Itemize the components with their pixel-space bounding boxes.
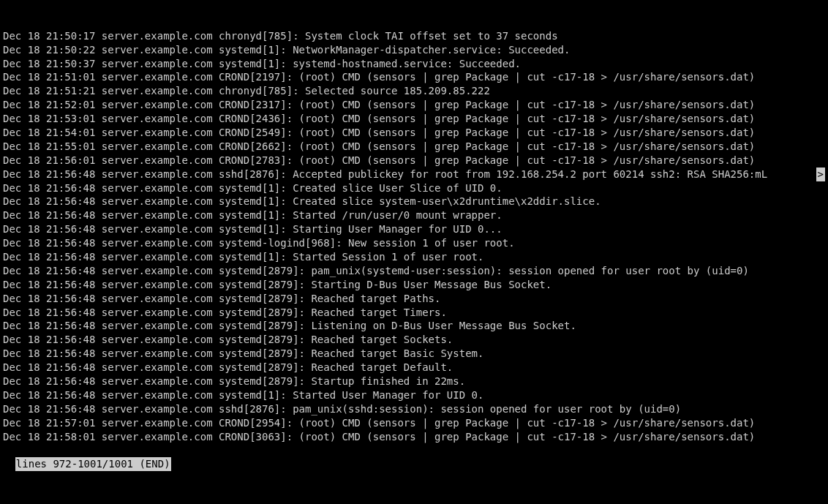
log-line: Dec 18 21:56:48 server.example.com syste… — [3, 250, 825, 264]
line-truncation-indicator-icon: > — [816, 168, 825, 181]
log-line: Dec 18 21:54:01 server.example.com CROND… — [3, 126, 825, 140]
log-line: Dec 18 21:56:48 server.example.com syste… — [3, 306, 825, 320]
log-line: Dec 18 21:56:48 server.example.com syste… — [3, 361, 825, 375]
log-line: Dec 18 21:56:48 server.example.com sshd[… — [3, 402, 825, 416]
log-line: Dec 18 21:56:48 server.example.com syste… — [3, 195, 825, 208]
log-line: Dec 18 21:58:01 server.example.com CROND… — [3, 430, 825, 444]
log-line: Dec 18 21:50:22 server.example.com syste… — [3, 43, 825, 57]
log-lines-container: Dec 18 21:50:17 server.example.com chron… — [3, 29, 825, 444]
pager-status: lines 972-1001/1001 (END) — [15, 457, 171, 471]
log-line: Dec 18 21:56:48 server.example.com syste… — [3, 319, 825, 333]
log-line: Dec 18 21:56:48 server.example.com syste… — [3, 236, 825, 250]
log-line: Dec 18 21:56:01 server.example.com CROND… — [3, 154, 825, 168]
log-line: Dec 18 21:56:48 server.example.com syste… — [3, 222, 825, 236]
log-line: Dec 18 21:56:48 server.example.com syste… — [3, 333, 825, 347]
terminal-output[interactable]: Dec 18 21:50:17 server.example.com chron… — [0, 0, 828, 473]
log-line: Dec 18 21:56:48 server.example.com syste… — [3, 347, 825, 361]
log-line: Dec 18 21:56:48 server.example.com syste… — [3, 292, 825, 306]
log-line: Dec 18 21:50:37 server.example.com syste… — [3, 57, 825, 71]
log-line: Dec 18 21:52:01 server.example.com CROND… — [3, 98, 825, 112]
log-line: Dec 18 21:56:48 server.example.com syste… — [3, 388, 825, 402]
log-line: Dec 18 21:56:48 server.example.com syste… — [3, 375, 825, 388]
log-line: Dec 18 21:56:48 server.example.com syste… — [3, 208, 825, 222]
log-line: Dec 18 21:56:48 server.example.com syste… — [3, 278, 825, 292]
log-line: Dec 18 21:53:01 server.example.com CROND… — [3, 112, 825, 126]
log-line: Dec 18 21:51:01 server.example.com CROND… — [3, 70, 825, 84]
log-line: Dec 18 21:56:48 server.example.com sshd[… — [3, 168, 825, 181]
log-line: Dec 18 21:57:01 server.example.com CROND… — [3, 416, 825, 430]
log-line: Dec 18 21:56:48 server.example.com syste… — [3, 181, 825, 195]
log-line: Dec 18 21:50:17 server.example.com chron… — [3, 29, 825, 43]
log-line: Dec 18 21:55:01 server.example.com CROND… — [3, 140, 825, 154]
log-line: Dec 18 21:51:21 server.example.com chron… — [3, 84, 825, 98]
log-line: Dec 18 21:56:48 server.example.com syste… — [3, 264, 825, 278]
